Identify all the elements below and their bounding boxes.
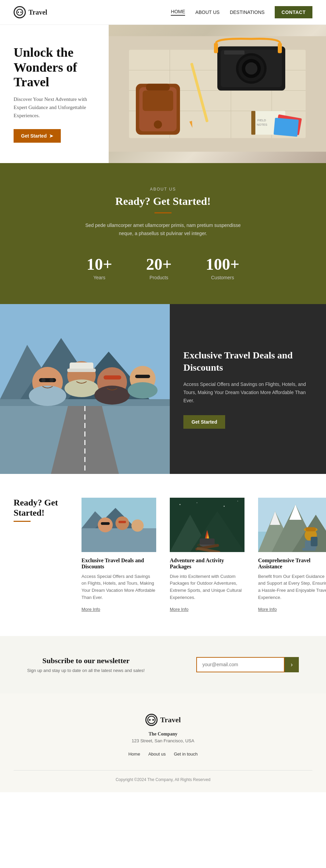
hero-heading: Unlock the Wonders of Travel [14, 45, 95, 90]
footer: Travel The Company 123 Street, San Franc… [0, 693, 326, 792]
svg-rect-32 [274, 118, 299, 137]
svg-point-0 [17, 9, 23, 15]
stat-customers-label: Customers [206, 275, 239, 280]
about-label: ABOUT US [14, 187, 312, 192]
card3-title: Comprehensive Travel Assistance [258, 557, 326, 570]
footer-link-contact[interactable]: Get in touch [174, 751, 198, 757]
stat-products-number: 20+ [146, 255, 171, 273]
svg-point-77 [237, 501, 238, 501]
card3-illustration [258, 498, 326, 552]
nav-destinations[interactable]: DESTINATIONS [230, 10, 265, 15]
svg-rect-57 [82, 528, 156, 552]
hero-subtext: Discover Your Next Adventure with Expert… [14, 95, 95, 120]
svg-point-2 [20, 12, 22, 13]
cards-grid: Exclusive Travel Deals and Discounts Acc… [75, 498, 326, 612]
cards-section: Ready? GetStarted! [0, 474, 326, 636]
card-deals-image [82, 498, 156, 552]
feature-body: Access Special Offers and Savings on Fli… [183, 380, 312, 405]
svg-point-63 [131, 519, 144, 532]
arrow-icon: ➤ [49, 133, 53, 139]
card-assistance: Comprehensive Travel Assistance Benefit … [251, 498, 326, 612]
svg-point-93 [152, 719, 154, 721]
newsletter-heading: Subscribe to our newsletter [27, 656, 145, 665]
svg-rect-28 [251, 111, 255, 135]
svg-rect-19 [278, 43, 282, 53]
card2-link[interactable]: More Info [170, 607, 188, 612]
svg-point-75 [197, 502, 197, 503]
svg-point-51 [94, 386, 130, 405]
svg-rect-55 [135, 375, 150, 378]
svg-rect-87 [311, 537, 318, 546]
svg-point-74 [180, 504, 181, 505]
nav-about[interactable]: ABOUT US [195, 10, 219, 15]
hero-illustration: FIELD NOTES [109, 25, 326, 163]
footer-links: Home About us Get in touch [14, 751, 312, 757]
footer-copyright: Copyright ©2024 The Company, All Rights … [14, 770, 312, 782]
svg-rect-18 [214, 43, 218, 53]
hero-image: FIELD NOTES [109, 25, 326, 163]
stat-products-label: Products [146, 275, 171, 280]
stat-years: 10+ Years [87, 255, 112, 280]
navbar: Travel HOME ABOUT US DESTINATIONS CONTAC… [0, 0, 326, 25]
svg-rect-89 [306, 527, 316, 531]
svg-point-47 [65, 379, 98, 397]
nav-links: HOME ABOUT US DESTINATIONS CONTACT [171, 6, 312, 18]
hero-cta-button[interactable]: Get Started ➤ [14, 129, 61, 143]
card1-link[interactable]: More Info [82, 607, 100, 612]
svg-point-92 [149, 719, 150, 721]
logo: Travel [14, 6, 47, 18]
newsletter-email-input[interactable] [196, 657, 285, 672]
cards-header: Ready? GetStarted! [14, 498, 61, 522]
svg-rect-24 [143, 91, 173, 111]
feature-banner: Exclusive Travel Deals and Discounts Acc… [0, 304, 326, 474]
footer-link-about[interactable]: About us [148, 751, 166, 757]
submit-arrow-icon: › [291, 661, 293, 668]
feature-content: Exclusive Travel Deals and Discounts Acc… [170, 304, 326, 474]
about-body: Sed pede ullamcorper amet ullamcorper pr… [78, 222, 248, 238]
svg-point-44 [41, 378, 46, 382]
card-deals: Exclusive Travel Deals and Discounts Acc… [75, 498, 163, 612]
feature-cta-button[interactable]: Get Started [183, 415, 225, 429]
nav-home[interactable]: HOME [171, 9, 185, 16]
footer-logo-text: Travel [160, 715, 181, 724]
svg-rect-17 [224, 51, 244, 55]
card1-title: Exclusive Travel Deals and Discounts [82, 557, 156, 570]
hero-section: Unlock the Wonders of Travel Discover Yo… [0, 25, 326, 163]
stats-row: 10+ Years 20+ Products 100+ Customers [14, 255, 312, 280]
svg-text:FIELD: FIELD [257, 119, 266, 122]
newsletter-section: Subscribe to our newsletter Sign up and … [0, 636, 326, 693]
svg-point-54 [128, 382, 158, 398]
logo-icon [14, 6, 26, 18]
svg-rect-26 [146, 84, 170, 91]
stat-years-label: Years [87, 275, 112, 280]
newsletter-text: Subscribe to our newsletter Sign up and … [27, 656, 145, 673]
svg-rect-65 [119, 521, 126, 523]
stat-customers: 100+ Customers [206, 255, 239, 280]
footer-link-home[interactable]: Home [128, 751, 140, 757]
newsletter-subtext: Sign up and stay up to date on all the l… [27, 668, 145, 673]
svg-point-45 [50, 378, 54, 382]
feature-image [0, 304, 170, 474]
about-section: ABOUT US Ready? Get Started! Sed pede ul… [0, 163, 326, 304]
about-underline [155, 212, 171, 213]
svg-rect-90 [302, 548, 316, 551]
svg-rect-71 [200, 538, 215, 545]
footer-logo: Travel [14, 714, 312, 726]
footer-address: 123 Street, San Francisco, USA [14, 738, 312, 743]
feature-illustration [0, 304, 170, 474]
about-heading: Ready? Get Started! [14, 195, 312, 208]
card-adventure: Adventure and Activity Packages Dive int… [163, 498, 251, 612]
svg-point-25 [154, 121, 162, 129]
card1-body: Access Special Offers and Savings on Fli… [82, 573, 156, 601]
svg-point-16 [245, 63, 257, 75]
card2-title: Adventure and Activity Packages [170, 557, 244, 570]
newsletter-submit-button[interactable]: › [285, 657, 299, 672]
svg-rect-49 [67, 369, 96, 372]
card3-link[interactable]: More Info [258, 607, 277, 612]
nav-contact-button[interactable]: CONTACT [275, 6, 312, 18]
footer-logo-icon [145, 714, 158, 726]
footer-company-name: The Company [14, 731, 312, 737]
card2-body: Dive into Excitement with Custom Package… [170, 573, 244, 601]
newsletter-inner: Subscribe to our newsletter Sign up and … [27, 656, 299, 673]
stat-products: 20+ Products [146, 255, 171, 280]
